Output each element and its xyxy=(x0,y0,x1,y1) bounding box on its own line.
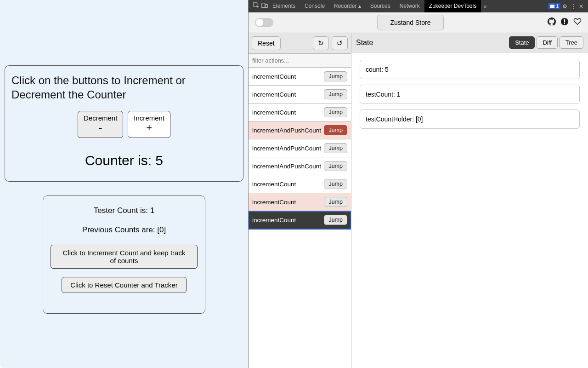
heart-icon[interactable] xyxy=(573,17,582,28)
tab-elements[interactable]: Elements xyxy=(268,0,300,12)
close-icon[interactable]: ✕ xyxy=(577,3,585,10)
increment-button[interactable]: Increment + xyxy=(128,111,170,138)
github-icon[interactable] xyxy=(548,17,556,28)
counter-card-title: Click on the buttons to Increment or Dec… xyxy=(11,73,237,102)
jump-button[interactable]: Jump xyxy=(324,179,347,189)
filter-actions-input[interactable] xyxy=(249,54,351,68)
alert-icon[interactable] xyxy=(560,17,569,28)
previous-counts: Previous Counts are: [0] xyxy=(51,225,198,235)
action-row[interactable]: incrementAndPushCountJump xyxy=(249,121,351,139)
view-state-button[interactable]: State xyxy=(509,36,535,49)
devtools-body: Reset ↻ ↺ incrementCountJumpincrementCou… xyxy=(249,33,588,368)
counter-card: Click on the buttons to Increment or Dec… xyxy=(5,65,243,182)
header-icons xyxy=(548,17,582,28)
counter-button-row: Decrement - Increment + xyxy=(11,111,237,138)
action-row[interactable]: incrementCountJump xyxy=(249,175,351,193)
reset-track-button[interactable]: Click to Reset Counter and Tracker xyxy=(62,277,186,293)
state-column: State State Diff Tree count: 5testCount:… xyxy=(351,33,588,368)
action-name: incrementCount xyxy=(252,91,296,98)
action-name: incrementAndPushCount xyxy=(252,145,321,152)
store-selector[interactable]: Zustand Store xyxy=(377,15,444,30)
jump-button[interactable]: Jump xyxy=(324,161,347,171)
tester-card: Tester Count is: 1 Previous Counts are: … xyxy=(43,196,205,314)
view-toggle: State Diff Tree xyxy=(509,36,583,49)
tester-count: Tester Count is: 1 xyxy=(51,206,198,215)
device-icon[interactable] xyxy=(260,2,268,10)
inspect-icon[interactable] xyxy=(251,2,260,10)
actions-toolbar: Reset ↻ ↺ xyxy=(249,33,351,54)
state-header: State State Diff Tree xyxy=(351,33,588,52)
action-name: incrementCount xyxy=(252,217,296,224)
app-pane: Click on the buttons to Increment or Dec… xyxy=(0,0,248,368)
tab-zukeeper[interactable]: Zukeeper DevTools xyxy=(424,0,481,12)
jump-button[interactable]: Jump xyxy=(324,197,347,207)
decrement-label: Decrement xyxy=(84,114,117,122)
view-diff-button[interactable]: Diff xyxy=(537,36,557,49)
action-name: incrementCount xyxy=(252,199,296,206)
action-row[interactable]: incrementAndPushCountJump xyxy=(249,139,351,157)
step-back-button[interactable]: ↻ xyxy=(313,36,329,50)
view-tree-button[interactable]: Tree xyxy=(560,36,583,49)
gear-icon[interactable]: ⚙ xyxy=(560,3,569,10)
reset-button[interactable]: Reset xyxy=(252,36,281,50)
devtools-tabbar: Elements Console Recorder ▴ Sources Netw… xyxy=(249,0,588,12)
action-name: incrementCount xyxy=(252,73,296,80)
plus-icon: + xyxy=(134,123,164,133)
increment-and-track-button[interactable]: Click to Increment Count and keep track … xyxy=(51,245,198,269)
jump-button[interactable]: Jump xyxy=(324,107,347,117)
state-item: testCountHolder: [0] xyxy=(360,109,580,129)
minus-icon: - xyxy=(84,123,117,133)
svg-rect-1 xyxy=(262,3,265,8)
counter-value: Counter is: 5 xyxy=(11,153,237,168)
tab-sources[interactable]: Sources xyxy=(366,0,395,12)
action-list: incrementCountJumpincrementCountJumpincr… xyxy=(249,68,351,368)
action-row[interactable]: incrementCountJump xyxy=(249,68,351,86)
jump-button[interactable]: Jump xyxy=(324,71,347,81)
actions-column: Reset ↻ ↺ incrementCountJumpincrementCou… xyxy=(249,33,351,368)
devtools-panel: Elements Console Recorder ▴ Sources Netw… xyxy=(248,0,588,368)
action-row[interactable]: incrementCountJump xyxy=(249,211,351,229)
action-name: incrementCount xyxy=(252,109,296,116)
action-row[interactable]: incrementCountJump xyxy=(249,86,351,104)
more-tabs-icon[interactable]: » xyxy=(481,3,489,10)
increment-label: Increment xyxy=(134,114,164,122)
step-forward-button[interactable]: ↺ xyxy=(332,36,348,50)
action-row[interactable]: incrementCountJump xyxy=(249,104,351,121)
action-row[interactable]: incrementCountJump xyxy=(249,193,351,211)
state-item: testCount: 1 xyxy=(360,85,580,104)
state-item: count: 5 xyxy=(360,60,580,79)
state-body: count: 5testCount: 1testCountHolder: [0] xyxy=(351,52,588,136)
action-name: incrementAndPushCount xyxy=(252,127,321,134)
svg-rect-2 xyxy=(266,4,267,7)
action-name: incrementAndPushCount xyxy=(252,163,321,170)
jump-button[interactable]: Jump xyxy=(324,215,347,225)
state-title: State xyxy=(356,39,373,47)
decrement-button[interactable]: Decrement - xyxy=(78,111,123,138)
extension-header: Zustand Store xyxy=(249,12,588,33)
kebab-icon[interactable]: ⋮ xyxy=(569,3,577,10)
jump-button[interactable]: Jump xyxy=(324,89,347,99)
issues-badge[interactable]: 1 xyxy=(548,3,560,9)
theme-toggle[interactable] xyxy=(255,18,273,27)
action-name: incrementCount xyxy=(252,181,296,188)
svg-rect-3 xyxy=(550,5,554,8)
svg-rect-6 xyxy=(564,23,565,24)
action-row[interactable]: incrementAndPushCountJump xyxy=(249,157,351,175)
tab-console[interactable]: Console xyxy=(300,0,329,12)
jump-button[interactable]: Jump xyxy=(324,143,347,153)
tab-network[interactable]: Network xyxy=(395,0,424,12)
tab-recorder[interactable]: Recorder ▴ xyxy=(329,0,366,12)
svg-rect-5 xyxy=(564,19,565,22)
jump-button[interactable]: Jump xyxy=(324,125,347,135)
